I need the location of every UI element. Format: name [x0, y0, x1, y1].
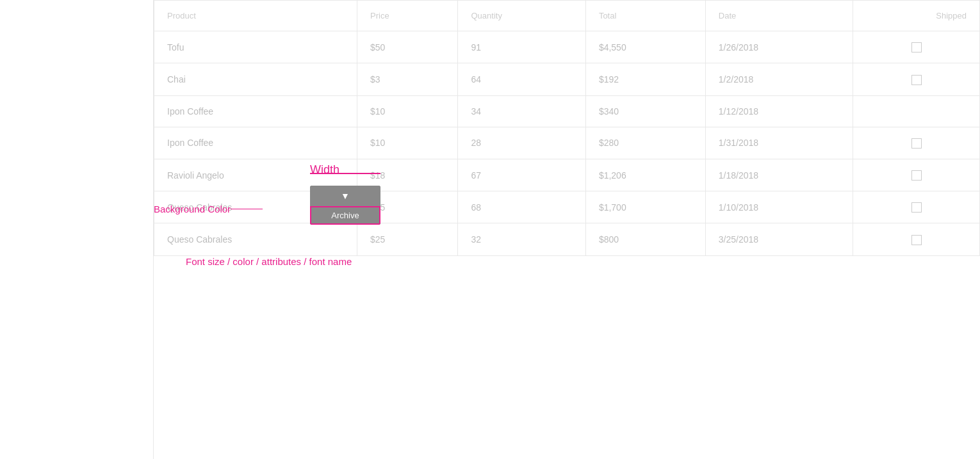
- table-row: Chai$364$1921/2/2018: [154, 63, 980, 95]
- cell-price: $3: [357, 63, 458, 95]
- main-content: Product Price Quantity Total Date Shippe…: [154, 0, 980, 459]
- cell-total: $800: [585, 223, 705, 255]
- cell-shipped[interactable]: [853, 223, 980, 255]
- popup-widget-header: ▼: [310, 186, 380, 206]
- table-row: Tofu$5091$4,5501/26/2018: [154, 31, 980, 63]
- cell-price: $25: [357, 223, 458, 255]
- sidebar: [0, 0, 154, 459]
- cell-total: $1,206: [585, 159, 705, 191]
- cell-quantity: 67: [458, 159, 585, 191]
- archive-icon: ▼: [341, 191, 350, 201]
- cell-product: Tofu: [154, 31, 357, 63]
- cell-shipped[interactable]: [853, 95, 980, 127]
- cell-shipped[interactable]: [853, 191, 980, 223]
- col-header-total: Total: [585, 1, 705, 31]
- col-header-product: Product: [154, 1, 357, 31]
- cell-date: 1/18/2018: [705, 159, 853, 191]
- cell-total: $280: [585, 127, 705, 159]
- cell-total: $4,550: [585, 31, 705, 63]
- cell-date: 1/10/2018: [705, 191, 853, 223]
- cell-quantity: 68: [458, 191, 585, 223]
- archive-button[interactable]: Archive: [310, 206, 380, 225]
- cell-date: 1/2/2018: [705, 63, 853, 95]
- cell-total: $1,700: [585, 191, 705, 223]
- cell-product: Ipon Coffee: [154, 127, 357, 159]
- cell-shipped[interactable]: [853, 127, 980, 159]
- col-header-date: Date: [705, 1, 853, 31]
- cell-quantity: 32: [458, 223, 585, 255]
- col-header-price: Price: [357, 1, 458, 31]
- table-header-row: Product Price Quantity Total Date Shippe…: [154, 1, 980, 31]
- cell-quantity: 91: [458, 31, 585, 63]
- data-table: Product Price Quantity Total Date Shippe…: [154, 0, 980, 256]
- cell-shipped[interactable]: [853, 31, 980, 63]
- col-header-quantity: Quantity: [458, 1, 585, 31]
- shipped-checkbox[interactable]: [911, 75, 922, 85]
- cell-price: $10: [357, 95, 458, 127]
- cell-date: 1/12/2018: [705, 95, 853, 127]
- shipped-checkbox[interactable]: [911, 138, 922, 149]
- table-row: Ipon Coffee$1028$2801/31/2018: [154, 127, 980, 159]
- width-bracket: [310, 173, 380, 174]
- shipped-checkbox[interactable]: [911, 42, 922, 52]
- cell-quantity: 64: [458, 63, 585, 95]
- cell-total: $192: [585, 63, 705, 95]
- col-header-shipped: Shipped: [853, 1, 980, 31]
- table-row: Ipon Coffee$1034$3401/12/2018: [154, 95, 980, 127]
- table-row: Queso Cabrales$2532$8003/25/2018: [154, 223, 980, 255]
- page-wrapper: Product Price Quantity Total Date Shippe…: [0, 0, 980, 459]
- cell-product: Queso Cabrales: [154, 223, 357, 255]
- cell-date: 1/31/2018: [705, 127, 853, 159]
- cell-quantity: 28: [458, 127, 585, 159]
- cell-shipped[interactable]: [853, 63, 980, 95]
- cell-price: $10: [357, 127, 458, 159]
- cell-product: Ipon Coffee: [154, 95, 357, 127]
- shipped-checkbox[interactable]: [911, 170, 922, 181]
- cell-price: $50: [357, 31, 458, 63]
- cell-product: Chai: [154, 63, 357, 95]
- font-label: Font size / color / attributes / font na…: [186, 256, 352, 267]
- cell-quantity: 34: [458, 95, 585, 127]
- popup-widget[interactable]: ▼ Archive: [310, 186, 380, 225]
- table-row: Ravioli Angelo$1867$1,2061/18/2018: [154, 159, 980, 191]
- cell-shipped[interactable]: [853, 159, 980, 191]
- font-annotation: Font size / color / attributes / font na…: [186, 256, 352, 267]
- cell-date: 1/26/2018: [705, 31, 853, 63]
- shipped-checkbox[interactable]: [911, 235, 922, 245]
- cell-date: 3/25/2018: [705, 223, 853, 255]
- table-row: Queso Cabrales$2568$1,7001/10/2018: [154, 191, 980, 223]
- shipped-checkbox[interactable]: [911, 202, 922, 213]
- cell-total: $340: [585, 95, 705, 127]
